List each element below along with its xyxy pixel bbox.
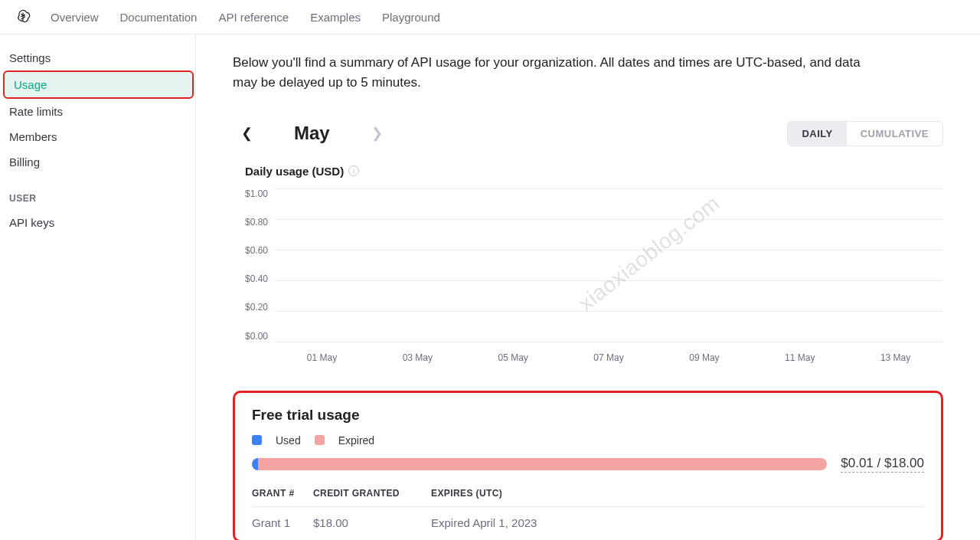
sidebar: Settings Usage Rate limits Members Billi… <box>0 34 196 540</box>
y-tick: $0.00 <box>245 331 268 342</box>
main-content: Below you'll find a summary of API usage… <box>196 34 980 540</box>
toggle-cumulative[interactable]: CUMULATIVE <box>847 122 942 146</box>
info-icon[interactable]: i <box>348 165 359 176</box>
nav-playground[interactable]: Playground <box>382 11 440 24</box>
y-tick: $0.40 <box>245 273 268 284</box>
sidebar-item-rate-limits[interactable]: Rate limits <box>0 99 195 124</box>
legend-used-label: Used <box>276 434 301 447</box>
grant-row: Grant 1 $18.00 Expired April 1, 2023 <box>252 507 924 529</box>
month-row: ❮ May ❯ DAILY CUMULATIVE <box>233 121 943 146</box>
top-nav: Overview Documentation API reference Exa… <box>0 0 980 34</box>
nav-api-reference[interactable]: API reference <box>218 11 289 24</box>
x-axis: 01 May 03 May 05 May 07 May 09 May 11 Ma… <box>274 342 943 363</box>
legend-expired-label: Expired <box>338 434 374 447</box>
grant-id: Grant 1 <box>252 516 313 529</box>
month-label: May <box>294 123 330 144</box>
grant-table: GRANT # CREDIT GRANTED EXPIRES (UTC) Gra… <box>252 488 924 529</box>
trial-legend: Used Expired <box>252 434 924 447</box>
grant-credit: $18.00 <box>313 516 431 529</box>
free-trial-panel: Free trial usage Used Expired $0.01 / $1… <box>233 391 943 540</box>
plot-area: 01 May 03 May 05 May 07 May 09 May 11 Ma… <box>274 188 943 363</box>
sidebar-user-heading: USER <box>0 175 195 210</box>
nav-overview[interactable]: Overview <box>51 11 99 24</box>
trial-progress-used <box>252 458 258 470</box>
y-tick: $0.80 <box>245 217 268 227</box>
nav-documentation[interactable]: Documentation <box>120 11 198 24</box>
x-tick: 13 May <box>848 352 943 363</box>
x-tick: 05 May <box>466 352 561 363</box>
sidebar-item-members[interactable]: Members <box>0 124 195 149</box>
x-tick: 11 May <box>752 352 848 363</box>
chart: Daily usage (USD) i $1.00 $0.80 $0.60 $0… <box>233 165 943 363</box>
intro-text: Below you'll find a summary of API usage… <box>233 53 861 93</box>
x-tick: 01 May <box>274 352 370 363</box>
next-month-button[interactable]: ❯ <box>370 125 385 142</box>
sidebar-item-usage[interactable]: Usage <box>3 70 194 99</box>
grant-expires: Expired April 1, 2023 <box>431 516 924 529</box>
top-nav-links: Overview Documentation API reference Exa… <box>51 11 440 24</box>
used-swatch-icon <box>252 435 262 445</box>
nav-examples[interactable]: Examples <box>310 11 361 24</box>
trial-progress-bar <box>252 458 827 470</box>
sidebar-item-billing[interactable]: Billing <box>0 149 195 175</box>
trial-summary: $0.01 / $18.00 <box>841 456 924 473</box>
view-toggle: DAILY CUMULATIVE <box>787 121 943 146</box>
chart-title: Daily usage (USD) <box>245 165 344 178</box>
prev-month-button[interactable]: ❮ <box>239 125 254 142</box>
sidebar-item-api-keys[interactable]: API keys <box>0 210 195 235</box>
x-tick: 09 May <box>656 352 752 363</box>
col-expires: EXPIRES (UTC) <box>431 488 924 499</box>
y-axis: $1.00 $0.80 $0.60 $0.40 $0.20 $0.00 <box>245 188 274 342</box>
trial-title: Free trial usage <box>252 407 924 424</box>
col-credit: CREDIT GRANTED <box>313 488 431 499</box>
toggle-daily[interactable]: DAILY <box>788 122 846 146</box>
x-tick: 03 May <box>370 352 466 363</box>
y-tick: $0.20 <box>245 302 268 313</box>
sidebar-item-settings[interactable]: Settings <box>0 45 195 70</box>
y-tick: $1.00 <box>245 188 268 199</box>
expired-swatch-icon <box>315 435 325 445</box>
col-grant: GRANT # <box>252 488 313 499</box>
logo-icon[interactable] <box>14 8 32 26</box>
x-tick: 07 May <box>561 352 657 363</box>
y-tick: $0.60 <box>245 245 268 256</box>
